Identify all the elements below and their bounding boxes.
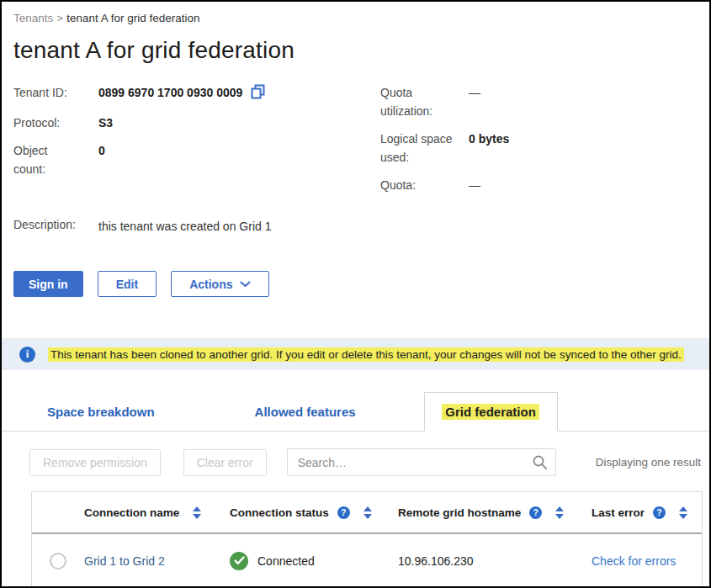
quota-utilization-label: Quota utilization: (380, 83, 469, 120)
action-buttons-row: Sign in Edit Actions (2, 271, 709, 297)
info-icon: i (19, 347, 35, 363)
logical-space-used-row: Logical space used: 0 bytes (380, 130, 698, 167)
connection-status-text: Connected (257, 554, 315, 568)
table-header-row: Connection name Connection status ? Remo… (32, 492, 702, 534)
row-select-cell (32, 553, 84, 569)
header-connection-status[interactable]: Connection status ? (230, 506, 398, 519)
tab-grid-federation-label: Grid federation (442, 404, 539, 420)
tenant-id-value-wrap: 0899 6970 1700 0930 0009 (98, 83, 265, 104)
connection-status-cell: Connected (230, 552, 398, 570)
edit-button[interactable]: Edit (98, 271, 157, 297)
logical-space-used-value: 0 bytes (469, 130, 509, 167)
tab-grid-federation[interactable]: Grid federation (424, 392, 558, 432)
header-remote-grid-hostname[interactable]: Remote grid hostname ? (398, 506, 592, 519)
connected-check-icon (230, 552, 248, 570)
header-connection-name-label: Connection name (84, 506, 179, 519)
connection-status: Connected (230, 552, 315, 570)
help-icon[interactable]: ? (529, 506, 542, 519)
grid-federation-table: Connection name Connection status ? Remo… (31, 491, 703, 588)
connection-name-cell: Grid 1 to Grid 2 (84, 554, 230, 568)
details-right-column: Quota utilization: — Logical space used:… (380, 83, 698, 245)
info-banner: i This tenant has been cloned to another… (2, 338, 709, 370)
tenant-details-page: { "breadcrumb": { "parent": "Tenants", "… (0, 0, 711, 588)
page-title: tenant A for grid federation (2, 37, 709, 64)
row-radio-button[interactable] (50, 553, 66, 569)
tenant-id-label: Tenant ID: (13, 83, 98, 104)
tenant-details-panel: Tenant ID: 0899 6970 1700 0930 0009 Prot… (2, 83, 709, 245)
search-box (287, 448, 556, 476)
tab-allowed-features[interactable]: Allowed features (247, 405, 364, 419)
description-row: Description: this tenant was created on … (13, 215, 380, 236)
remote-grid-hostname-value: 10.96.106.230 (398, 554, 474, 568)
connection-name-link[interactable]: Grid 1 to Grid 2 (84, 554, 165, 568)
header-connection-status-label: Connection status (230, 506, 329, 519)
protocol-value: S3 (98, 114, 113, 132)
table-toolbar: Remove permission Clear error Displaying… (2, 448, 709, 476)
tab-bar: Space breakdown Allowed features Grid fe… (2, 392, 709, 432)
sort-icon[interactable] (193, 506, 201, 519)
sort-icon[interactable] (679, 506, 687, 519)
quota-utilization-row: Quota utilization: — (380, 83, 698, 120)
tenant-id-row: Tenant ID: 0899 6970 1700 0930 0009 (13, 83, 380, 104)
tab-space-breakdown[interactable]: Space breakdown (39, 405, 163, 419)
check-for-errors-link[interactable]: Check for errors (592, 554, 676, 568)
breadcrumb-tenants-link[interactable]: Tenants (13, 12, 53, 24)
chevron-down-icon (240, 281, 251, 288)
breadcrumb: Tenants>tenant A for grid federation (2, 2, 709, 24)
protocol-row: Protocol: S3 (13, 114, 380, 132)
header-last-error[interactable]: Last error ? (592, 506, 702, 519)
sort-icon[interactable] (555, 506, 564, 519)
description-label: Description: (13, 215, 98, 236)
remove-permission-button[interactable]: Remove permission (29, 449, 161, 476)
sort-icon[interactable] (363, 506, 372, 519)
object-count-value: 0 (98, 141, 105, 178)
actions-dropdown-button[interactable]: Actions (171, 271, 269, 297)
header-last-error-label: Last error (592, 506, 645, 519)
quota-value: — (469, 176, 480, 194)
search-input[interactable] (287, 448, 556, 476)
search-icon[interactable] (532, 454, 548, 474)
quota-utilization-value: — (469, 83, 480, 120)
header-remote-grid-hostname-label: Remote grid hostname (398, 506, 521, 519)
copy-icon[interactable] (251, 84, 265, 104)
details-left-column: Tenant ID: 0899 6970 1700 0930 0009 Prot… (13, 83, 380, 245)
result-count: Displaying one result (596, 456, 701, 469)
object-count-row: Object count: 0 (13, 141, 380, 178)
help-icon[interactable]: ? (653, 506, 666, 519)
sign-in-button[interactable]: Sign in (13, 271, 83, 297)
object-count-label: Object count: (13, 141, 98, 178)
clear-error-button[interactable]: Clear error (183, 449, 267, 476)
quota-row: Quota: — (380, 176, 698, 194)
help-icon[interactable]: ? (337, 506, 350, 519)
quota-label: Quota: (380, 176, 469, 194)
logical-space-used-label: Logical space used: (380, 130, 469, 167)
banner-message: This tenant has been cloned to another g… (48, 347, 684, 362)
last-error-cell: Check for errors (592, 554, 702, 568)
breadcrumb-separator: > (56, 12, 63, 24)
header-connection-name[interactable]: Connection name (84, 506, 230, 519)
description-value: this tenant was created on Grid 1 (98, 215, 271, 236)
tenant-id-value: 0899 6970 1700 0930 0009 (98, 83, 242, 102)
table-row: Grid 1 to Grid 2 Connected 10.96.106.230… (32, 534, 702, 587)
breadcrumb-current: tenant A for grid federation (66, 12, 199, 24)
remote-grid-hostname-cell: 10.96.106.230 (398, 554, 592, 568)
actions-dropdown-label: Actions (189, 278, 232, 291)
protocol-label: Protocol: (13, 114, 98, 132)
